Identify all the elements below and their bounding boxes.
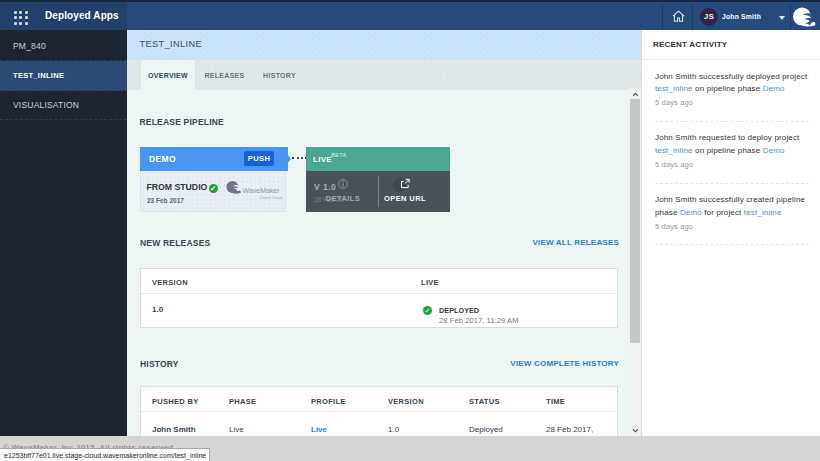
svg-text:WaveMaker: WaveMaker [243,187,281,194]
svg-text:Demo Cloud: Demo Cloud [260,195,282,200]
